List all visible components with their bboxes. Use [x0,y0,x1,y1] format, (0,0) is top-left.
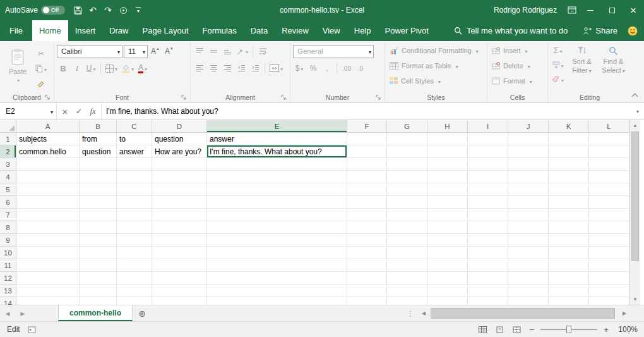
cell-D9[interactable] [152,234,207,247]
maximize-button[interactable] [601,0,623,20]
cell-L13[interactable] [589,285,629,297]
cell-D8[interactable] [152,221,207,234]
tab-help[interactable]: Help [347,20,378,41]
column-header-H[interactable]: H [427,120,468,133]
cell-A10[interactable] [16,247,80,259]
cell-D5[interactable] [152,183,207,196]
cell-B6[interactable] [80,196,117,209]
cell-E11[interactable] [207,259,347,272]
cell-F1[interactable] [347,133,387,145]
page-layout-view-button[interactable] [493,323,506,336]
cell-L9[interactable] [589,234,629,247]
cell-L4[interactable] [589,171,629,183]
cell-L2[interactable] [589,145,629,158]
cell-G7[interactable] [387,209,427,221]
cell-E6[interactable] [207,196,347,209]
cell-K4[interactable] [549,171,589,183]
cell-A11[interactable] [16,259,80,272]
cell-J2[interactable] [508,145,549,158]
vscroll-down-arrow[interactable] [630,294,640,305]
column-header-E[interactable]: E [207,120,347,133]
tab-file[interactable]: File [0,20,32,41]
cell-L5[interactable] [589,183,629,196]
hscroll-right-arrow[interactable] [619,305,630,321]
cell-F3[interactable] [347,158,387,171]
cell-K10[interactable] [549,247,589,259]
cell-K1[interactable] [549,133,589,145]
cell-D4[interactable] [152,171,207,183]
cell-A7[interactable] [16,209,80,221]
cell-L3[interactable] [589,158,629,171]
cell-E5[interactable] [207,183,347,196]
decrease-indent-button[interactable] [235,62,247,75]
column-header-B[interactable]: B [80,120,117,133]
align-center-button[interactable] [207,62,220,75]
cell-J8[interactable] [508,221,549,234]
row-header-5[interactable]: 5 [0,183,16,196]
cell-E14[interactable] [207,297,347,305]
cell-L10[interactable] [589,247,629,259]
cell-K3[interactable] [549,158,589,171]
cell-C7[interactable] [117,209,152,221]
cell-K13[interactable] [549,285,589,297]
cell-G14[interactable] [387,297,427,305]
cell-F12[interactable] [347,272,387,285]
tab-draw[interactable]: Draw [102,20,135,41]
cell-G10[interactable] [387,247,427,259]
cell-H3[interactable] [427,158,468,171]
format-cells-button[interactable]: Format [490,74,545,87]
row-header-9[interactable]: 9 [0,234,16,247]
cell-C12[interactable] [117,272,152,285]
cell-J1[interactable] [508,133,549,145]
cell-D7[interactable] [152,209,207,221]
cell-H4[interactable] [427,171,468,183]
vertical-scrollbar[interactable] [629,120,640,305]
row-header-12[interactable]: 12 [0,272,16,285]
cell-B5[interactable] [80,183,117,196]
cell-I7[interactable] [468,209,508,221]
row-header-3[interactable]: 3 [0,158,16,171]
cell-A5[interactable] [16,183,80,196]
cell-B3[interactable] [80,158,117,171]
cell-I3[interactable] [468,158,508,171]
accounting-format-button[interactable]: $ [293,62,306,75]
close-button[interactable] [623,0,644,20]
tab-scroll-divider[interactable] [403,305,418,321]
cell-C10[interactable] [117,247,152,259]
tab-power-pivot[interactable]: Power Pivot [378,20,436,41]
cell-H14[interactable] [427,297,468,305]
column-header-F[interactable]: F [347,120,387,133]
italic-button[interactable]: I [71,62,83,75]
cell-F4[interactable] [347,171,387,183]
number-format-combobox[interactable]: General [293,45,374,58]
cell-B4[interactable] [80,171,117,183]
cell-H9[interactable] [427,234,468,247]
row-header-4[interactable]: 4 [0,171,16,183]
autosum-button[interactable]: Σ [551,44,565,57]
font-color-button[interactable]: A [136,62,149,75]
cell-H1[interactable] [427,133,468,145]
zoom-slider-thumb[interactable] [566,326,571,333]
cell-B10[interactable] [80,247,117,259]
cell-H13[interactable] [427,285,468,297]
cell-L7[interactable] [589,209,629,221]
cell-K7[interactable] [549,209,589,221]
cell-I11[interactable] [468,259,508,272]
cell-H12[interactable] [427,272,468,285]
cell-D13[interactable] [152,285,207,297]
cell-C8[interactable] [117,221,152,234]
cell-D14[interactable] [152,297,207,305]
number-dialog-launcher[interactable] [376,95,381,101]
row-header-14[interactable]: 14 [0,297,16,305]
cell-I13[interactable] [468,285,508,297]
zoom-out-button[interactable] [527,324,536,334]
sort-filter-button[interactable]: Sort & Filter [567,44,597,86]
cell-A8[interactable] [16,221,80,234]
alignment-dialog-launcher[interactable] [281,95,287,101]
cell-I10[interactable] [468,247,508,259]
select-all-button[interactable] [0,120,16,133]
cell-A12[interactable] [16,272,80,285]
cell-D10[interactable] [152,247,207,259]
cell-G9[interactable] [387,234,427,247]
tab-formulas[interactable]: Formulas [196,20,244,41]
